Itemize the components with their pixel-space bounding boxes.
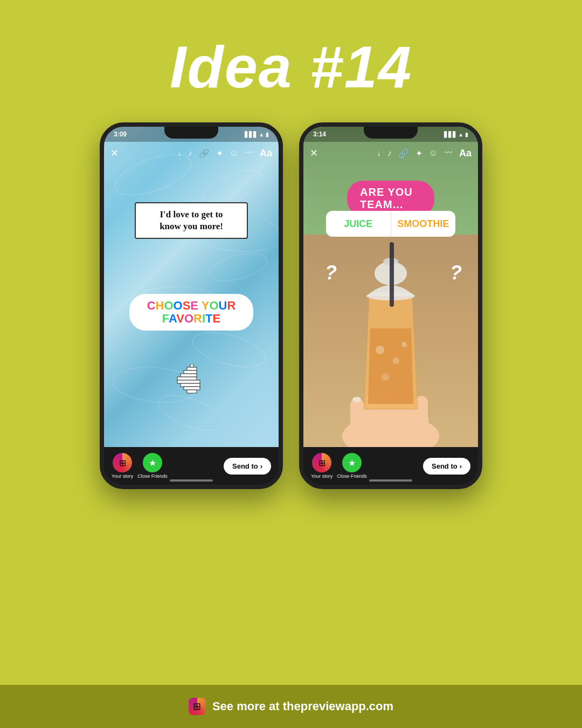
poll-option-juice[interactable]: JUICE [326, 211, 391, 237]
phone-2-toolbar-icons: ↓ ♪ 🔗 ✦ ☺ 〰 Aa [377, 148, 472, 159]
sparkle-icon-2[interactable]: ✦ [415, 148, 422, 159]
close-friends-label: Close Friends [137, 473, 168, 479]
svg-rect-11 [350, 399, 364, 431]
download-icon-2[interactable]: ↓ [377, 148, 381, 158]
phone-1-close-friends[interactable]: ★ Close Friends [137, 453, 168, 479]
link-icon[interactable]: 🔗 [199, 148, 210, 159]
your-story-circle: ⊞ [113, 453, 132, 472]
phone-2-toolbar: ✕ ↓ ♪ 🔗 ✦ ☺ 〰 Aa [303, 142, 478, 164]
svg-point-22 [382, 373, 389, 381]
phone-2-story-content: ARE YOU TEAM... JUICE SMOOTHIE ? ? [303, 127, 478, 447]
phone-1: 3:09 ▋▋▋ ▲ ▮ I'd love to get to [100, 122, 283, 489]
header: Idea #14 [0, 0, 582, 122]
sticker-know-you: I'd love to get to know you more! [135, 202, 248, 239]
phone-1-close-icon[interactable]: ✕ [110, 147, 119, 159]
svg-rect-19 [390, 242, 394, 307]
close-friends-circle-2: ★ [342, 453, 362, 472]
phone-1-background: I'd love to get to know you more! CHOOSE… [104, 127, 279, 447]
phone-2-home-indicator [369, 479, 412, 482]
music-icon[interactable]: ♪ [188, 148, 192, 158]
phone-2-story-buttons: ⊞ Your story ★ Close Friends [311, 453, 367, 479]
phone-2-time: 3:14 [313, 131, 326, 138]
svg-rect-2 [184, 370, 197, 374]
team-text: ARE YOU TEAM... [360, 186, 413, 210]
music-icon-2[interactable]: ♪ [387, 148, 392, 158]
your-story-circle-2: ⊞ [312, 453, 331, 472]
svg-rect-7 [184, 387, 200, 390]
footer: ⊞ See more at thepreviewapp.com [0, 685, 582, 728]
phone-2-background: ARE YOU TEAM... JUICE SMOOTHIE ? ? [303, 127, 478, 447]
footer-logo: ⊞ [189, 698, 206, 715]
phone-1-toolbar: ✕ ↓ ♪ 🔗 ✦ ☺ 〰 Aa [104, 142, 279, 164]
choose-text-1: CHOOSE YOUR [140, 299, 242, 312]
your-story-icon: ⊞ [119, 458, 126, 468]
question-mark-left: ? [325, 262, 337, 284]
phone-2-notch [364, 127, 418, 139]
close-friends-label-2: Close Friends [337, 473, 367, 479]
phone-2-send-to-button[interactable]: Send to › [423, 458, 470, 475]
question-mark-right: ? [450, 262, 462, 284]
your-story-icon-2: ⊞ [318, 458, 325, 468]
sticker-choose-favorite: CHOOSE YOUR FAVORITE [129, 294, 253, 331]
phone-2-your-story[interactable]: ⊞ Your story [311, 453, 332, 479]
svg-point-21 [393, 358, 399, 364]
page-title: Idea #14 [0, 32, 582, 101]
svg-rect-6 [181, 383, 200, 387]
poll-sticker[interactable]: JUICE SMOOTHIE [326, 211, 455, 237]
phone-1-story-content: I'd love to get to know you more! CHOOSE… [104, 127, 279, 447]
phone-2-close-friends[interactable]: ★ Close Friends [337, 453, 367, 479]
close-friends-icon-2: ★ [348, 458, 356, 468]
svg-rect-1 [187, 367, 197, 370]
phone-1-notch [164, 127, 218, 139]
phone-2-close-icon[interactable]: ✕ [310, 147, 318, 159]
link-icon-2[interactable]: 🔗 [398, 148, 409, 159]
download-icon[interactable]: ↓ [177, 148, 182, 158]
cursor-sticker [174, 364, 206, 400]
smoothie-text: SMOOTHIE [397, 218, 449, 230]
your-story-label-2: Your story [311, 473, 332, 479]
poll-option-smoothie[interactable]: SMOOTHIE [391, 211, 456, 237]
phones-container: 3:09 ▋▋▋ ▲ ▮ I'd love to get to [100, 122, 482, 685]
svg-rect-4 [177, 377, 197, 380]
emoji-icon[interactable]: ☺ [230, 148, 238, 158]
svg-rect-5 [177, 380, 200, 383]
your-story-label: Your story [112, 473, 133, 479]
svg-point-20 [376, 346, 384, 354]
svg-rect-8 [187, 390, 197, 393]
close-friends-circle: ★ [143, 453, 162, 472]
sparkle-icon[interactable]: ✦ [216, 148, 223, 159]
choose-text-2: FAVORITE [140, 312, 242, 325]
water-ripple-7 [206, 248, 270, 286]
phone-2: 3:14 ▋▋▋ ▲ ▮ [299, 122, 482, 489]
text-style-button[interactable]: Aa [260, 148, 272, 159]
phone-1-your-story[interactable]: ⊞ Your story [112, 453, 133, 479]
svg-rect-3 [181, 374, 197, 377]
footer-logo-icon: ⊞ [193, 700, 201, 712]
svg-point-15 [352, 397, 361, 402]
phone-1-status-icons: ▋▋▋ ▲ ▮ [245, 132, 269, 138]
pen-icon[interactable]: 〰 [245, 148, 253, 158]
sticker-know-you-text: I'd love to get to know you more! [144, 209, 238, 232]
text-style-button-2[interactable]: Aa [459, 148, 472, 159]
close-friends-icon: ★ [149, 458, 156, 468]
phone-1-toolbar-icons: ↓ ♪ 🔗 ✦ ☺ 〰 Aa [177, 148, 272, 159]
phone-1-story-buttons: ⊞ Your story ★ Close Friends [112, 453, 168, 479]
juice-text: JUICE [344, 218, 372, 230]
emoji-icon-2[interactable]: ☺ [429, 148, 438, 158]
svg-rect-0 [190, 364, 193, 367]
svg-point-23 [401, 342, 407, 347]
phone-1-time: 3:09 [114, 131, 127, 138]
phone-2-status-icons: ▋▋▋ ▲ ▮ [444, 132, 468, 138]
phone-1-send-to-button[interactable]: Send to › [224, 458, 271, 475]
pen-icon-2[interactable]: 〰 [444, 148, 453, 158]
phone-1-home-indicator [170, 479, 213, 482]
footer-text: See more at thepreviewapp.com [212, 699, 393, 713]
